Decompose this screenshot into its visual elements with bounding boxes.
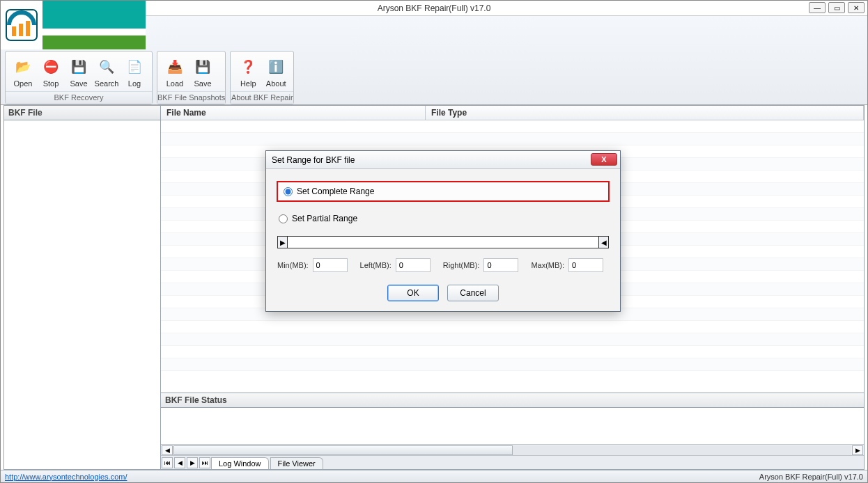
sidebar: BKF File [4,106,161,469]
vendor-link[interactable]: http://www.arysontechnologies.com/ [5,473,127,481]
ribbon-button-label: Help [240,79,256,88]
max-label: Max(MB): [531,261,564,269]
search-icon: 🔍 [95,56,118,78]
column-file-type[interactable]: File Type [426,106,864,120]
status-header: BKF File Status [161,393,864,408]
ribbon-button-label: Save [70,79,87,88]
load-button[interactable]: 📥Load [162,54,188,91]
ribbon-button-label: About [266,79,286,88]
right-label: Right(MB): [443,261,480,269]
horizontal-scrollbar[interactable]: ◀ ▶ [161,444,864,455]
save-button[interactable]: 💾Save [65,54,92,91]
label-complete-range: Set Complete Range [297,187,374,196]
left-input[interactable] [396,258,431,272]
sidebar-header: BKF File [4,106,160,120]
search-button[interactable]: 🔍Search [93,54,120,91]
tab-nav-first-icon[interactable]: ⏮ [162,457,173,468]
column-file-name[interactable]: File Name [161,106,426,120]
tab-nav-last-icon[interactable]: ⏭ [199,457,210,468]
tab-file-viewer[interactable]: File Viewer [270,457,323,469]
ribbon-group-caption: About BKF Repair [231,91,293,104]
log-button[interactable]: 📄Log [121,54,148,91]
window-controls: — ▭ ✕ [809,2,865,13]
slider-left-handle-icon[interactable]: ▶ [278,237,288,248]
tab-nav-next-icon[interactable]: ▶ [187,457,198,468]
ribbon-group: 📥Load💾SaveBKF File Snapshots [157,51,226,104]
label-partial-range: Set Partial Range [292,214,357,223]
range-slider[interactable]: ▶ ◀ [277,236,609,248]
status-body [161,408,864,444]
dialog-close-button[interactable]: X [591,153,617,166]
load-icon: 📥 [164,56,186,78]
app-logo [1,1,146,49]
snapshot-save-button[interactable]: 💾Save [189,54,216,91]
status-app-name: Aryson BKF Repair(Full) v17.0 [759,473,863,481]
bottom-tabs: ⏮ ◀ ▶ ⏭ Log Window File Viewer [161,455,864,469]
option-complete-range[interactable]: Set Complete Range [277,182,609,201]
help-button[interactable]: ❓Help [235,54,261,91]
svg-rect-1 [12,26,16,36]
ok-button[interactable]: OK [387,285,439,301]
ribbon-group: 📂Open⛔Stop💾Save🔍Search📄LogBKF Recovery [5,51,153,104]
stop-icon: ⛔ [40,56,62,78]
save-icon: 💾 [68,56,90,78]
logo-icon [1,1,42,49]
radio-partial-range[interactable] [279,214,288,223]
ribbon-button-label: Open [14,79,33,88]
ribbon-button-label: Stop [43,79,59,88]
status-bar: http://www.arysontechnologies.com/ Aryso… [1,470,867,482]
minimize-button[interactable]: — [809,2,826,13]
window-title: Aryson BKF Repair(Full) v17.0 [378,3,491,13]
close-button[interactable]: ✕ [848,2,865,13]
left-label: Left(MB): [360,261,392,269]
range-dialog: Set Range for BKF file X Set Complete Ra… [265,150,621,312]
ribbon-group-caption: BKF File Snapshots [157,91,225,104]
ribbon-button-label: Save [194,79,211,88]
ribbon-group-caption: BKF Recovery [6,91,152,104]
tab-log-window[interactable]: Log Window [211,457,269,469]
ribbon-button-label: Load [166,79,183,88]
right-input[interactable] [483,258,518,272]
slider-right-handle-icon[interactable]: ◀ [598,237,608,248]
ribbon-button-label: Log [128,79,141,88]
scroll-thumb[interactable] [173,445,513,455]
ribbon-group: ❓Helpℹ️AboutAbout BKF Repair [230,51,294,104]
radio-complete-range[interactable] [284,187,293,196]
dialog-titlebar[interactable]: Set Range for BKF file X [266,151,620,169]
max-input[interactable] [568,258,603,272]
about-icon: ℹ️ [265,56,287,78]
min-input[interactable] [313,258,348,272]
cancel-button[interactable]: Cancel [447,285,499,301]
about-button[interactable]: ℹ️About [263,54,289,91]
status-panel: BKF File Status ◀ ▶ ⏮ ◀ ▶ ⏭ Log Window F… [161,393,864,469]
open-button[interactable]: 📂Open [10,54,36,91]
column-headers: File Name File Type [161,106,864,120]
scroll-right-icon[interactable]: ▶ [852,445,863,455]
maximize-button[interactable]: ▭ [828,2,845,13]
scroll-left-icon[interactable]: ◀ [162,445,173,455]
ribbon-button-label: Search [95,79,119,88]
option-partial-range[interactable]: Set Partial Range [277,209,609,228]
open-icon: 📂 [12,56,34,78]
sidebar-tree[interactable] [4,120,160,469]
snapshot-save-icon: 💾 [192,56,214,78]
stop-button[interactable]: ⛔Stop [38,54,64,91]
tab-nav-prev-icon[interactable]: ◀ [174,457,185,468]
help-icon: ❓ [237,56,259,78]
svg-rect-3 [26,21,30,36]
min-label: Min(MB): [277,261,309,269]
log-icon: 📄 [123,56,146,78]
dialog-title: Set Range for BKF file [272,155,355,165]
svg-rect-2 [19,24,23,36]
